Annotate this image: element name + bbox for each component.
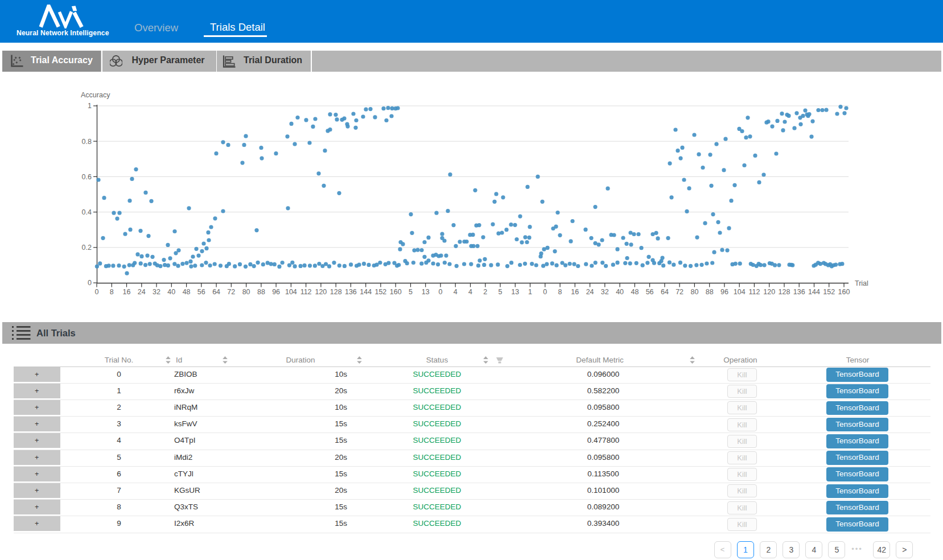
svg-text:48: 48 [631, 288, 639, 296]
svg-text:24: 24 [138, 288, 146, 296]
svg-text:4: 4 [454, 288, 458, 296]
svg-text:104: 104 [285, 288, 297, 296]
svg-text:8: 8 [558, 288, 562, 296]
svg-text:0.2: 0.2 [82, 244, 92, 252]
svg-text:40: 40 [167, 288, 175, 296]
svg-text:32: 32 [153, 288, 160, 296]
svg-text:24: 24 [586, 288, 594, 296]
svg-text:40: 40 [616, 288, 624, 296]
svg-text:128: 128 [779, 288, 790, 296]
svg-text:96: 96 [720, 288, 728, 296]
svg-text:152: 152 [823, 288, 835, 296]
svg-text:136: 136 [793, 288, 805, 296]
svg-text:104: 104 [734, 288, 746, 296]
svg-text:88: 88 [257, 288, 265, 296]
svg-text:128: 128 [330, 288, 342, 296]
svg-text:1: 1 [88, 102, 92, 110]
svg-text:64: 64 [212, 288, 220, 296]
svg-text:1: 1 [528, 288, 532, 296]
svg-text:72: 72 [676, 288, 683, 296]
svg-text:13: 13 [422, 288, 430, 296]
svg-text:0.4: 0.4 [82, 208, 92, 216]
svg-text:144: 144 [360, 288, 372, 296]
svg-text:152: 152 [374, 288, 386, 296]
svg-text:72: 72 [227, 288, 235, 296]
svg-text:144: 144 [808, 288, 820, 296]
svg-text:0.8: 0.8 [82, 138, 92, 146]
svg-text:Accuracy: Accuracy [81, 91, 110, 99]
svg-text:13: 13 [511, 288, 519, 296]
svg-text:0.6: 0.6 [82, 173, 92, 181]
svg-text:80: 80 [690, 288, 698, 296]
svg-text:Trial: Trial [855, 279, 868, 287]
svg-text:56: 56 [646, 288, 654, 296]
svg-text:0: 0 [439, 288, 443, 296]
svg-text:0: 0 [88, 279, 92, 287]
svg-text:120: 120 [315, 288, 327, 296]
svg-text:32: 32 [601, 288, 609, 296]
svg-text:160: 160 [838, 288, 850, 296]
svg-text:16: 16 [123, 288, 131, 296]
svg-text:8: 8 [110, 288, 114, 296]
svg-text:16: 16 [571, 288, 579, 296]
svg-text:56: 56 [197, 288, 205, 296]
svg-text:5: 5 [499, 288, 503, 296]
svg-text:5: 5 [409, 288, 413, 296]
svg-text:0: 0 [543, 288, 547, 296]
svg-text:160: 160 [390, 288, 402, 296]
svg-text:64: 64 [661, 288, 669, 296]
svg-text:80: 80 [242, 288, 250, 296]
svg-text:112: 112 [748, 288, 760, 296]
svg-text:136: 136 [345, 288, 357, 296]
svg-text:96: 96 [272, 288, 280, 296]
svg-text:112: 112 [300, 288, 312, 296]
svg-text:120: 120 [763, 288, 775, 296]
svg-text:0: 0 [95, 288, 99, 296]
svg-text:88: 88 [706, 288, 714, 296]
svg-text:4: 4 [468, 288, 472, 296]
svg-text:2: 2 [483, 288, 487, 296]
svg-text:48: 48 [183, 288, 191, 296]
